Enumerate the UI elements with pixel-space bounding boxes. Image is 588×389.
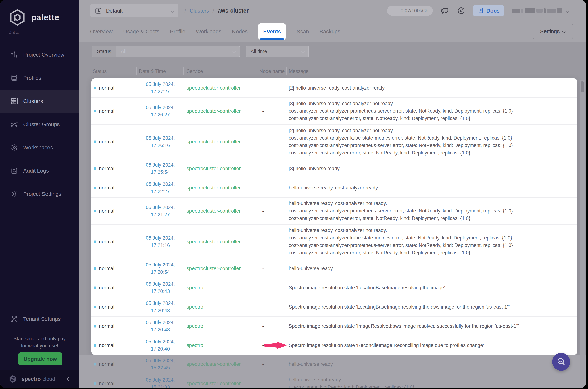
- events-list: normal 05 July 2024, 17:27:27 spectroclu…: [79, 78, 586, 388]
- message-cell: [3] hello-universe ready. cost-analyzer …: [289, 100, 577, 122]
- settings-button[interactable]: Settings: [533, 24, 573, 39]
- sidebar-item-audit-logs[interactable]: Audit Logs: [0, 159, 79, 182]
- message-line: Spectro image resolution state 'ImageRes…: [289, 323, 567, 330]
- sidebar-item-tenant-settings[interactable]: Tenant Settings: [0, 308, 79, 330]
- scrollbar-thumb[interactable]: [581, 81, 584, 93]
- chat-icon[interactable]: [441, 6, 449, 15]
- sidebar-item-project-overview[interactable]: Project Overview: [0, 43, 79, 66]
- status-cell: normal: [91, 285, 139, 291]
- upgrade-now-button[interactable]: Upgrade now: [19, 352, 62, 365]
- palette-logo: palette: [8, 8, 59, 27]
- sidebar-collapse-button[interactable]: [67, 377, 71, 381]
- sidebar-item-label: Profiles: [23, 75, 41, 81]
- time-text: 17:21:16: [139, 242, 182, 249]
- service-cell: spectrocluster-controller: [182, 239, 262, 245]
- main-area: Default / Clusters / aws-cluster 0.07/10…: [79, 0, 586, 388]
- footer-brand: spectro: [22, 376, 41, 382]
- message-line: hello-universe ready.: [289, 265, 567, 272]
- scrollbar-track[interactable]: [580, 80, 586, 388]
- tab-usage-costs[interactable]: Usage & Costs: [123, 29, 159, 35]
- time-text: 17:20:40: [139, 345, 182, 353]
- user-menu[interactable]: [512, 8, 569, 13]
- status-label: normal: [99, 342, 115, 348]
- message-line: [3] hello-universe ready. cost-analyzer …: [289, 100, 567, 107]
- status-cell: normal: [91, 381, 139, 387]
- message-line: cost-analyzer-cost-analyzer-prometheus-s…: [289, 207, 567, 215]
- docs-button[interactable]: Docs: [473, 5, 503, 16]
- status-label: normal: [99, 265, 115, 271]
- project-selector[interactable]: Default: [90, 4, 178, 17]
- tab-nodes[interactable]: Nodes: [232, 29, 248, 35]
- message-cell: hello-universe ready. cost-analyzer not …: [289, 200, 577, 222]
- sidebar-item-clusters[interactable]: Clusters: [0, 90, 79, 113]
- breadcrumb-separator: /: [213, 8, 214, 14]
- sidebar-item-workspaces[interactable]: Workspaces: [0, 136, 79, 159]
- orbit-icon: [10, 144, 18, 151]
- promo-line1: Start small and only pay: [0, 335, 79, 342]
- tab-overview[interactable]: Overview: [90, 29, 113, 35]
- service-cell: spectrocluster-controller: [182, 265, 262, 271]
- message-cell: hello-universe ready. cost-analyzer not …: [289, 227, 577, 257]
- datetime-cell: 05 July 2024, 17:26:27: [139, 104, 182, 118]
- active-tab-underline: [260, 38, 284, 40]
- status-dot-icon: [94, 286, 96, 289]
- status-cell: normal: [91, 342, 139, 348]
- status-dot-icon: [94, 187, 96, 189]
- node-name-cell: -: [262, 265, 289, 271]
- breadcrumb-separator: /: [185, 8, 186, 14]
- sidebar-item-label: Project Overview: [23, 52, 64, 58]
- sidebar-item-cluster-groups[interactable]: Cluster Groups: [0, 113, 79, 136]
- message-cell: Spectro image resolution state 'Reconcil…: [289, 342, 577, 349]
- message-cell: hello-universe ready. cost-analyzer read…: [289, 184, 577, 192]
- table-row: normal 05 July 2024, 17:21:16 spectroclu…: [91, 224, 577, 259]
- sidebar-item-project-settings[interactable]: Project Settings: [0, 182, 79, 206]
- service-cell: spectrocluster-controller: [182, 185, 262, 191]
- status-label: normal: [99, 381, 115, 387]
- breadcrumb: / Clusters / aws-cluster: [185, 0, 249, 21]
- status-cell: normal: [91, 265, 139, 271]
- help-search-button[interactable]: [552, 353, 570, 371]
- header-divider: [183, 67, 184, 75]
- status-label: normal: [99, 139, 115, 145]
- time-text: 15:21:33: [139, 384, 182, 388]
- date-text: 05 July 2024,: [139, 300, 182, 307]
- node-name-cell: -: [262, 208, 289, 214]
- status-label: normal: [99, 304, 115, 310]
- status-label: normal: [99, 108, 115, 114]
- palette-app-window: palette 4.4.4 Project Overview Profiles …: [0, 0, 586, 388]
- tab-workloads[interactable]: Workloads: [196, 29, 221, 35]
- compass-icon[interactable]: [457, 6, 465, 15]
- table-row: normal 05 July 2024, 17:20:54 spectroclu…: [91, 259, 577, 278]
- time-text: 17:20:54: [139, 268, 182, 276]
- chevron-down-icon: [301, 50, 304, 53]
- tab-scan[interactable]: Scan: [296, 29, 309, 35]
- date-text: 05 July 2024,: [139, 338, 182, 345]
- palette-hexagon-icon: [8, 8, 27, 27]
- table-row: normal 05 July 2024, 17:27:27 spectroclu…: [91, 78, 577, 97]
- events-content: Status All All time Status Date & Time S…: [79, 42, 586, 388]
- sidebar-item-label: Project Settings: [23, 191, 61, 197]
- breadcrumb-link-clusters[interactable]: Clusters: [190, 8, 209, 14]
- project-selector-value: Default: [106, 8, 123, 14]
- time-text: 17:25:54: [139, 169, 182, 176]
- tab-label: Events: [263, 29, 281, 35]
- message-line: hello-universe ready. cost-analyzer not …: [289, 200, 567, 207]
- sidebar: palette 4.4.4 Project Overview Profiles …: [0, 0, 79, 388]
- status-label: normal: [99, 239, 115, 245]
- status-filter[interactable]: Status All: [92, 46, 240, 57]
- time-range-filter[interactable]: All time: [246, 46, 309, 57]
- table-row: normal 05 July 2024, 17:20:43 spectro - …: [91, 297, 577, 316]
- service-cell: spectrocluster-controller: [182, 361, 262, 367]
- chevron-down-icon: [233, 50, 236, 53]
- status-cell: normal: [91, 139, 139, 145]
- tab-profile[interactable]: Profile: [170, 29, 185, 35]
- status-cell: normal: [91, 108, 139, 114]
- message-line: hello-universe ready. cost-analyzer not …: [289, 227, 567, 234]
- sidebar-item-profiles[interactable]: Profiles: [0, 66, 79, 90]
- service-cell: spectrocluster-controller: [182, 85, 262, 91]
- message-line: cost-analyzer-cost-analyzer error, state…: [289, 249, 567, 257]
- datetime-cell: 05 July 2024, 17:20:43: [139, 319, 182, 333]
- tab-events[interactable]: Events: [258, 23, 286, 40]
- status-cell: normal: [91, 185, 139, 191]
- tab-backups[interactable]: Backups: [320, 29, 340, 35]
